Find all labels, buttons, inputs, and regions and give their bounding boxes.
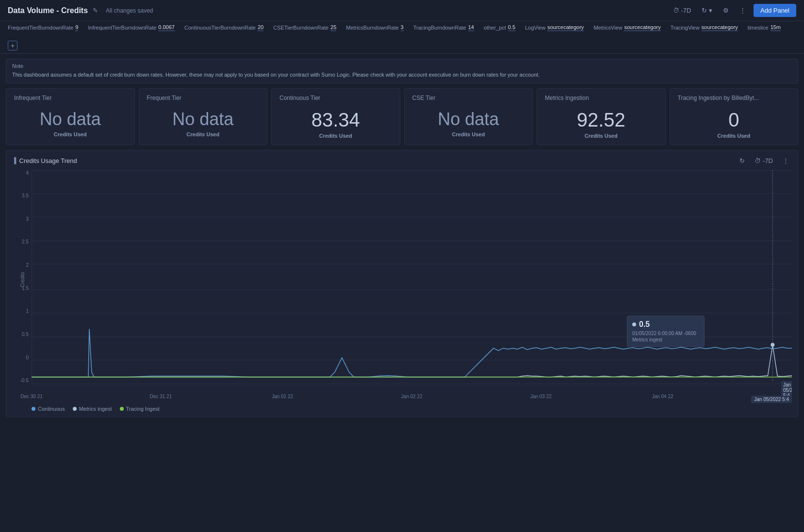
metric-panel-0: Infrequent Tier No data Credits Used	[6, 88, 135, 145]
y-label-3: 2.5	[22, 239, 29, 244]
var-value[interactable]: 0.5	[508, 24, 515, 31]
metrics-ingest-line	[32, 345, 792, 377]
var-value[interactable]: sourcecategory	[702, 24, 738, 31]
chart-actions: ↻ ⏱ -7D ⋮	[737, 155, 792, 166]
legend-item-1: Metrics ingest	[73, 406, 112, 412]
var-label: MetricsView	[593, 25, 622, 31]
var-label: LogView	[525, 25, 545, 31]
chart-area: 43.532.521.510.50-0.5 Credits 0.5 01/05/…	[12, 170, 792, 403]
add-variable-btn[interactable]: +	[8, 41, 17, 50]
legend-label-2: Tracing Ingest	[126, 406, 160, 412]
filter-btn[interactable]: ⚙	[720, 5, 732, 16]
metric-sub: Credits Used	[279, 133, 392, 139]
time-range-btn[interactable]: ⏱ -7D	[670, 5, 694, 16]
metric-sub: Credits Used	[412, 131, 525, 137]
legend-dot-0	[32, 407, 35, 411]
note-text: This dashboard assumes a default set of …	[12, 71, 792, 79]
x-label-5: Jan 04 22	[652, 394, 673, 399]
metric-value: No data	[14, 109, 127, 129]
saved-status: All changes saved	[106, 7, 670, 14]
x-label-2: Jan 01 22	[272, 394, 293, 399]
tooltip-dot	[632, 322, 636, 326]
x-label-0: Dec 30 21	[20, 394, 43, 399]
metric-panel-3: CSE Tier No data Credits Used	[404, 88, 533, 145]
x-label-4: Jan 03 22	[530, 394, 552, 399]
note-title: Note	[12, 63, 792, 69]
legend-dot-2	[120, 407, 124, 411]
variable-item-3: CSETierBurndownRate25	[273, 24, 336, 31]
metric-sub: Credits Used	[545, 133, 657, 139]
y-label-4: 2	[26, 262, 29, 268]
metric-value: No data	[147, 109, 260, 129]
var-value[interactable]: 14	[468, 24, 474, 31]
y-label-8: 0	[26, 355, 29, 360]
variable-item-6: other_pct0.5	[484, 24, 515, 31]
var-value[interactable]: 25	[330, 24, 336, 31]
page-title: Data Volume - Credits	[8, 6, 88, 15]
variable-item-4: MetricsBurndownRate3	[346, 24, 403, 31]
chart-more-btn[interactable]: ⋮	[780, 155, 792, 166]
variable-item-5: TracingBurndownRate14	[413, 24, 474, 31]
header-actions: ⏱ -7D ↻ ▾ ⚙ ⋮ Add Panel	[670, 4, 796, 17]
y-label-7: 0.5	[22, 332, 29, 337]
variable-item-7: LogViewsourcecategory	[525, 24, 584, 31]
metric-panel-5: Tracing Ingestion by BilledByt... 0 Cred…	[670, 88, 799, 145]
refresh-btn[interactable]: ↻ ▾	[699, 5, 715, 16]
chart-legend: ContinuousMetrics ingestTracing Ingest	[12, 406, 792, 412]
metric-panel-title: Tracing Ingestion by BilledByt...	[678, 95, 790, 101]
variable-item-1: InfrequentTierBurndownRate0.0067	[88, 24, 175, 31]
metric-sub: Credits Used	[147, 131, 260, 137]
metric-panel-title: Metrics Ingestion	[545, 95, 657, 101]
variable-item-9: TracingViewsourcecategory	[671, 24, 738, 31]
tooltip-date: 01/05/2022 6:00:00 AM -0600	[632, 331, 699, 336]
y-label-0: 4	[26, 170, 29, 176]
cursor-date-label: Jan 05/2022 5:4	[751, 396, 792, 403]
edit-icon[interactable]: ✎	[93, 7, 98, 14]
metric-panel-2: Continuous Tier 83.34 Credits Used	[271, 88, 400, 145]
variable-item-0: FrequentTierBurndownRate9	[8, 24, 78, 31]
variables-bar: FrequentTierBurndownRate9InfrequentTierB…	[0, 21, 804, 54]
chart-header: ▐ Credits Usage Trend ↻ ⏱ -7D ⋮	[12, 155, 792, 166]
y-axis-title: Credits	[20, 272, 25, 287]
var-value[interactable]: sourcecategory	[547, 24, 584, 31]
var-value[interactable]: 0.0067	[158, 24, 175, 31]
more-btn[interactable]: ⋮	[737, 5, 749, 16]
variable-item-10: timeslice15m	[748, 24, 781, 31]
metric-sub: Credits Used	[14, 131, 127, 137]
variable-item-8: MetricsViewsourcecategory	[593, 24, 660, 31]
y-label-1: 3.5	[22, 193, 29, 198]
var-value[interactable]: 3	[401, 24, 404, 31]
var-value[interactable]: 20	[258, 24, 263, 31]
metric-panel-title: Infrequent Tier	[14, 95, 127, 101]
chart-refresh-btn[interactable]: ↻	[737, 155, 748, 166]
var-label: TracingView	[671, 25, 700, 31]
var-label: TracingBurndownRate	[413, 25, 466, 31]
variable-item-2: ContinuousTierBurndownRate20	[184, 24, 263, 31]
chart-time-btn[interactable]: ⏱ -7D	[752, 155, 776, 166]
x-axis: Dec 30 21Dec 31 21Jan 01 22Jan 02 22Jan …	[32, 385, 792, 403]
legend-label-1: Metrics ingest	[79, 406, 112, 412]
var-label: CSETierBurndownRate	[273, 25, 328, 31]
metrics-grid: Infrequent Tier No data Credits Used Fre…	[0, 83, 804, 150]
var-label: timeslice	[748, 25, 769, 31]
tooltip-value: 0.5	[632, 320, 699, 329]
var-label: InfrequentTierBurndownRate	[88, 25, 156, 31]
chart-panel: ▐ Credits Usage Trend ↻ ⏱ -7D ⋮ 43.532.5…	[6, 150, 798, 417]
var-label: FrequentTierBurndownRate	[8, 25, 73, 31]
chart-title: Credits Usage Trend	[19, 157, 77, 164]
cursor-dot	[771, 343, 774, 347]
metric-value: 83.34	[279, 109, 392, 131]
chart-bar-icon: ▐	[12, 157, 16, 164]
var-value[interactable]: sourcecategory	[624, 24, 660, 31]
metric-value: No data	[412, 109, 525, 129]
metric-panel-title: CSE Tier	[412, 95, 525, 101]
metric-value: 0	[678, 109, 790, 131]
add-panel-button[interactable]: Add Panel	[754, 4, 796, 17]
var-value[interactable]: 9	[75, 24, 78, 31]
metric-value: 92.52	[545, 109, 657, 131]
var-value[interactable]: 15m	[771, 24, 781, 31]
x-label-3: Jan 02 22	[401, 394, 423, 399]
legend-label-0: Continuous	[38, 406, 65, 412]
metric-panel-1: Frequent Tier No data Credits Used	[139, 88, 268, 145]
x-label-1: Dec 31 21	[150, 394, 172, 399]
